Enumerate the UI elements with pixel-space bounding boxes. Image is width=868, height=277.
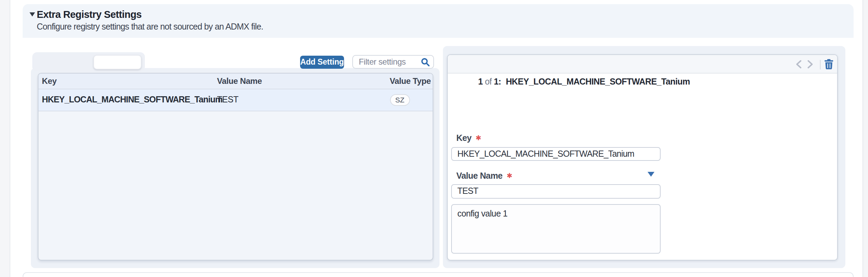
next-setting-icon[interactable]: [807, 60, 814, 69]
search-icon[interactable]: [421, 57, 430, 66]
row-key: HKEY_LOCAL_MACHINE_SOFTWARE_Tanium: [42, 89, 222, 110]
scrollbar-gutter[interactable]: [863, 0, 868, 277]
filter-settings-box: [352, 55, 434, 69]
previous-setting-icon[interactable]: [795, 60, 802, 69]
detail-title: HKEY_LOCAL_MACHINE_SOFTWARE_Tanium: [506, 77, 690, 87]
settings-table: Key Value Name Value Type HKEY_LOCAL_MAC…: [37, 73, 433, 260]
table-row[interactable]: HKEY_LOCAL_MACHINE_SOFTWARE_Tanium TEST …: [38, 89, 433, 111]
detail-panel-header: 1 of 1:HKEY_LOCAL_MACHINE_SOFTWARE_Taniu…: [448, 55, 837, 74]
filter-settings-input[interactable]: [353, 56, 421, 67]
column-header-value-type: Value Type: [390, 73, 431, 88]
section-header: Extra Registry Settings Configure regist…: [23, 4, 854, 37]
value-name-field[interactable]: [451, 184, 660, 198]
column-header-value-name: Value Name: [217, 73, 262, 88]
value-textarea[interactable]: config value 1: [451, 204, 660, 254]
required-asterisk: ✱: [506, 171, 512, 179]
header-divider: [820, 59, 820, 69]
extra-registry-settings-page: Extra Registry Settings Configure regist…: [0, 0, 868, 277]
key-field[interactable]: [451, 147, 660, 161]
add-setting-button[interactable]: Add Setting: [300, 56, 344, 69]
detail-pager-text: 1 of 1:HKEY_LOCAL_MACHINE_SOFTWARE_Taniu…: [456, 55, 690, 109]
value-name-label: Value Name✱: [456, 171, 512, 180]
left-edge-strip: [0, 0, 10, 277]
detail-index: 1: [478, 77, 482, 87]
row-value-type-badge: SZ: [390, 94, 410, 106]
section-description: Configure registry settings that are not…: [37, 22, 263, 32]
detail-of-word: of: [483, 77, 494, 87]
detail-total: 1:: [494, 77, 501, 87]
row-value-name: TEST: [217, 89, 238, 110]
tab-selected[interactable]: 1 Selected: [93, 55, 141, 69]
table-header-row: Key Value Name Value Type: [38, 73, 433, 89]
detail-panel: 1 of 1:HKEY_LOCAL_MACHINE_SOFTWARE_Taniu…: [447, 54, 837, 260]
key-label: Key✱: [456, 133, 481, 143]
required-asterisk: ✱: [476, 134, 481, 142]
viewport: Extra Registry Settings Configure regist…: [0, 0, 868, 277]
select-caret-icon: [648, 172, 654, 177]
next-section-card-edge: [23, 272, 854, 277]
tab-all-settings[interactable]: 1 of 1 Settings: [32, 52, 93, 71]
trash-icon[interactable]: [824, 59, 834, 69]
collapse-caret-icon[interactable]: [30, 12, 35, 16]
section-title: Extra Registry Settings: [37, 9, 141, 20]
column-header-key: Key: [42, 73, 57, 88]
